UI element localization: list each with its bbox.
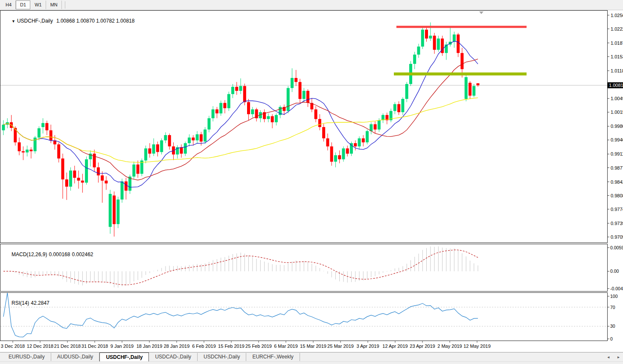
tab-scroll-controls: ◂ ▸ <box>600 355 620 359</box>
svg-text:23 Apr 2019: 23 Apr 2019 <box>410 344 435 349</box>
chart-symbol-label: USDCHF-,Daily <box>17 18 53 24</box>
toolbar-separator <box>65 1 65 9</box>
timeframe-button-mn[interactable]: MN <box>46 0 62 9</box>
tab-scroll-left-icon[interactable]: ◂ <box>607 355 609 359</box>
svg-text:70: 70 <box>610 305 615 310</box>
svg-text:0.97050: 0.97050 <box>611 234 623 240</box>
candlestick-series <box>2 23 480 237</box>
tab-eurusd-daily[interactable]: EURUSD-,Daily <box>3 353 51 361</box>
svg-text:6 Feb 2019: 6 Feb 2019 <box>192 344 216 349</box>
tab-eurchf-weekly[interactable]: EURCHF-,Weekly <box>246 353 300 361</box>
svg-text:0.99460: 0.99460 <box>611 137 623 142</box>
svg-text:15 Mar 2019: 15 Mar 2019 <box>300 344 326 349</box>
svg-text:0.98420: 0.98420 <box>611 179 623 185</box>
svg-text:1.01180: 1.01180 <box>611 68 623 73</box>
price-axis[interactable]: 1.025601.022201.018701.015301.011801.004… <box>608 10 623 243</box>
resistance-line <box>396 26 527 28</box>
chart-tab-bar: EURUSD-,DailyAUDUSD-,DailyUSDCHF-,DailyU… <box>0 352 623 364</box>
svg-text:0.00597: 0.00597 <box>610 245 623 250</box>
rsi-axis[interactable]: 10070300 <box>608 292 623 341</box>
timeframe-button-w1[interactable]: W1 <box>30 0 46 9</box>
candlestick-chart[interactable] <box>0 11 607 243</box>
svg-text:1.00490: 1.00490 <box>611 96 623 101</box>
tab-usdcnh-daily[interactable]: USDCNH-,Daily <box>198 353 246 361</box>
trading-terminal: H4D1W1MN ▼USDCHF-,Daily1.00868 1.00870 1… <box>0 0 623 364</box>
svg-text:1.02560: 1.02560 <box>611 13 623 18</box>
svg-text:3 Dec 2018: 3 Dec 2018 <box>1 344 25 349</box>
macd-signal-value: 0.002462 <box>72 251 93 257</box>
svg-text:1.01530: 1.01530 <box>611 54 623 59</box>
svg-text:0: 0 <box>610 336 613 341</box>
svg-text:3 Apr 2019: 3 Apr 2019 <box>356 344 379 349</box>
svg-text:21 Dec 2018: 21 Dec 2018 <box>54 344 81 349</box>
svg-text:12 May 2019: 12 May 2019 <box>463 344 491 349</box>
svg-text:12 Apr 2019: 12 Apr 2019 <box>382 344 408 349</box>
macd-name: MACD(12,26,9) <box>12 251 47 257</box>
svg-text:0.99800: 0.99800 <box>611 124 623 129</box>
svg-text:30: 30 <box>610 324 615 329</box>
macd-main-value: 0.000168 <box>49 251 70 257</box>
svg-text:0.00: 0.00 <box>610 269 619 274</box>
tab-usdchf-daily[interactable]: USDCHF-,Daily <box>99 352 149 362</box>
macd-label: MACD(12,26,9)0.0001680.002462 <box>3 246 95 263</box>
svg-text:0.97740: 0.97740 <box>611 207 623 212</box>
svg-text:18 Jan 2019: 18 Jan 2019 <box>137 344 163 349</box>
tabbar-strip <box>0 361 623 364</box>
time-axis[interactable]: 3 Dec 201812 Dec 201821 Dec 201831 Dec 2… <box>0 341 623 352</box>
svg-text:100: 100 <box>610 294 618 299</box>
svg-text:0.98770: 0.98770 <box>611 165 623 170</box>
rsi-line <box>3 293 478 337</box>
svg-text:15 Feb 2019: 15 Feb 2019 <box>218 344 245 349</box>
svg-text:1.01870: 1.01870 <box>611 40 623 46</box>
ma-mid-line <box>3 59 478 180</box>
svg-text:2 May 2019: 2 May 2019 <box>437 344 462 349</box>
svg-text:25 Feb 2019: 25 Feb 2019 <box>245 344 272 349</box>
timeframe-button-h4[interactable]: H4 <box>1 0 16 9</box>
svg-text:6 Mar 2019: 6 Mar 2019 <box>274 344 298 349</box>
rsi-label: RSI(14)42.2847 <box>3 294 51 312</box>
svg-text:1.00150: 1.00150 <box>611 110 623 115</box>
svg-text:0.99110: 0.99110 <box>611 151 623 156</box>
chart-ohlc-values: 1.00868 1.00870 1.00782 1.00818 <box>56 18 135 24</box>
timeframe-toolbar: H4D1W1MN <box>0 0 623 10</box>
svg-text:0.98080: 0.98080 <box>611 193 623 198</box>
svg-text:31 Dec 2018: 31 Dec 2018 <box>82 344 108 349</box>
macd-pane[interactable]: MACD(12,26,9)0.0001680.002462 <box>0 244 608 292</box>
svg-text:25 Mar 2019: 25 Mar 2019 <box>327 344 354 349</box>
price-chart-pane[interactable]: ▼USDCHF-,Daily1.00868 1.00870 1.00782 1.… <box>0 10 608 243</box>
support-line <box>394 72 527 75</box>
collapse-arrow-icon[interactable]: ▼ <box>12 19 15 23</box>
chart-title: ▼USDCHF-,Daily1.00868 1.00870 1.00782 1.… <box>3 12 136 30</box>
rsi-chart[interactable] <box>0 293 607 341</box>
svg-text:0.97390: 0.97390 <box>611 221 623 226</box>
rsi-pane[interactable]: RSI(14)42.2847 <box>0 292 608 341</box>
auto-scroll-icon <box>479 12 483 14</box>
timeframe-button-d1[interactable]: D1 <box>16 0 30 9</box>
svg-text:9 Jan 2019: 9 Jan 2019 <box>111 344 134 349</box>
svg-text:12 Dec 2018: 12 Dec 2018 <box>27 344 53 349</box>
svg-text:1.00818: 1.00818 <box>609 83 623 88</box>
macd-axis[interactable]: 0.005970.00-0.00424 <box>608 244 623 292</box>
tab-audusd-daily[interactable]: AUDUSD-,Daily <box>51 353 100 361</box>
ma-fast-line <box>3 41 478 188</box>
svg-text:1.02220: 1.02220 <box>611 26 623 32</box>
svg-text:-0.00424: -0.00424 <box>610 286 623 291</box>
rsi-value: 42.2847 <box>31 300 49 306</box>
tab-scroll-right-icon[interactable]: ▸ <box>617 355 620 359</box>
chart-tabs: EURUSD-,DailyAUDUSD-,DailyUSDCHF-,DailyU… <box>0 352 623 361</box>
tab-usdcad-daily[interactable]: USDCAD-,Daily <box>149 353 198 361</box>
svg-text:28 Jan 2019: 28 Jan 2019 <box>164 344 190 349</box>
rsi-name: RSI(14) <box>12 300 29 306</box>
